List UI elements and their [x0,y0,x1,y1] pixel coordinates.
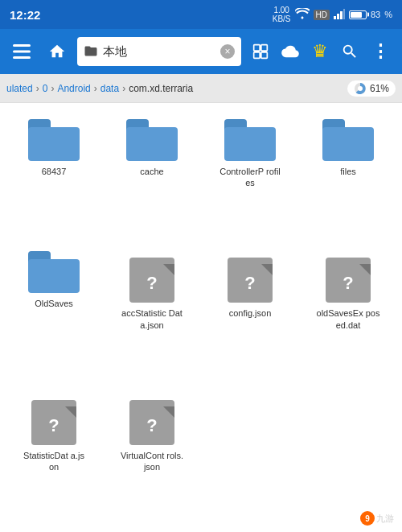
list-item[interactable]: files [301,113,396,238]
hd-badge: HD [314,10,330,20]
file-name: StatisticDat a.json [22,450,86,473]
status-icons: 1.00KB/S HD 83% [273,6,392,23]
breadcrumb-item-emulated[interactable]: ulated [6,83,33,94]
svg-rect-3 [343,9,345,19]
multi-window-button[interactable] [246,37,275,66]
storage-percent: 61% [370,83,389,94]
storage-pie-icon [354,82,367,95]
crown-button[interactable]: ♛ [306,37,334,66]
file-name: OldSaves [35,298,73,309]
svg-rect-6 [13,56,31,59]
watermark-text: 九游 [376,513,394,525]
svg-rect-4 [13,44,31,47]
breadcrumb-item-data[interactable]: data [100,83,119,94]
list-item[interactable]: ControllerP rofiles [203,113,297,238]
file-icon: ? [31,394,76,445]
menu-button[interactable] [6,37,37,66]
breadcrumb-item-android[interactable]: Android [57,83,90,94]
file-name: VirtualCont rols.json [120,450,184,473]
status-bar: 12:22 1.00KB/S HD 83% [0,0,402,29]
file-grid: 68437 cache ControllerP rofiles files Ol… [0,103,402,532]
breadcrumb-item-current[interactable]: com.xd.terraria [129,83,193,94]
file-name: ControllerP rofiles [218,166,282,189]
file-icon: ? [326,251,371,303]
more-button[interactable]: ⋮ [365,37,396,66]
list-item[interactable]: OldSaves [6,245,101,380]
file-name: 68437 [42,166,67,177]
watermark-logo: 9 [360,511,375,526]
file-icon: ? [228,251,273,303]
folder-icon [322,119,374,161]
list-item[interactable]: ? config.json [203,245,297,380]
svg-rect-8 [261,45,268,52]
svg-rect-0 [334,16,336,19]
file-name: accStatistic Data.json [120,307,184,331]
list-item[interactable]: ? VirtualCont rols.json [105,387,199,522]
folder-icon [224,119,276,161]
svg-rect-9 [254,52,260,59]
watermark: 9 九游 [360,511,394,526]
address-folder-icon [84,43,98,60]
toolbar-right-icons: ♛ ⋮ [246,37,396,66]
file-name: cache [140,166,163,177]
address-bar: 本地 × [77,37,241,66]
storage-badge: 61% [347,80,396,97]
address-text: 本地 [103,44,215,60]
svg-rect-5 [13,51,31,53]
clear-button[interactable]: × [220,44,235,59]
toolbar: 本地 × ♛ ⋮ [0,29,402,74]
folder-icon [28,119,80,161]
list-item[interactable]: ? StatisticDat a.json [6,387,101,522]
list-item[interactable]: cache [105,113,199,238]
file-name: files [340,166,356,177]
file-name: oldSavesEx posed.dat [316,307,380,331]
cloud-button[interactable] [275,37,306,66]
folder-icon [28,251,80,293]
list-item[interactable]: 68437 [6,113,101,238]
network-speed-icon: 1.00KB/S [273,6,291,23]
search-button[interactable] [334,37,365,66]
file-name: config.json [229,307,272,319]
list-item[interactable]: ? oldSavesEx posed.dat [301,245,396,380]
svg-rect-2 [340,11,343,19]
signal-icon [334,8,345,21]
battery-percent: 83 [371,10,380,19]
svg-rect-1 [337,14,339,19]
battery-icon [349,10,367,19]
folder-icon [126,119,178,161]
svg-point-12 [358,86,363,91]
status-time: 12:22 [10,8,40,22]
list-item[interactable]: ? accStatistic Data.json [105,245,199,380]
breadcrumb-item-0[interactable]: 0 [43,83,48,94]
file-icon: ? [129,394,174,445]
file-icon: ? [129,251,174,303]
wifi-icon [295,8,310,21]
svg-rect-10 [261,52,268,59]
breadcrumb: ulated › 0 › Android › data › com.xd.ter… [0,74,402,103]
svg-rect-7 [254,45,260,52]
home-button[interactable] [42,37,72,66]
